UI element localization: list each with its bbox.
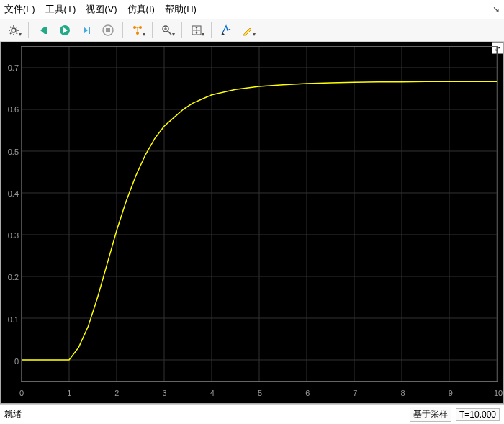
autoscale-button[interactable] — [187, 22, 206, 39]
stop-button[interactable] — [99, 22, 117, 39]
config-button[interactable] — [4, 22, 23, 39]
y-tick-label: 0.7 — [1, 63, 19, 72]
status-mode: 基于采样 — [410, 407, 451, 422]
play-icon — [59, 24, 71, 36]
svg-rect-3 — [89, 27, 90, 34]
y-tick-label: 0.5 — [1, 148, 19, 156]
x-tick-label: 3 — [163, 389, 167, 397]
x-tick-label: 10 — [494, 389, 503, 397]
status-ready: 就绪 — [4, 408, 22, 420]
x-tick-label: 2 — [114, 389, 119, 397]
y-tick-label: 0.6 — [1, 105, 19, 114]
y-tick-label: 0.3 — [1, 231, 19, 240]
zoom-icon — [161, 24, 173, 36]
menu-view[interactable]: 视图(V) — [86, 3, 117, 16]
run-button[interactable] — [55, 22, 74, 39]
menu-tools[interactable]: 工具(T) — [45, 3, 76, 16]
x-tick-label: 1 — [67, 389, 71, 397]
x-tick-label: 5 — [258, 389, 262, 397]
plot-axes[interactable] — [21, 46, 498, 382]
y-tick-label: 0.4 — [1, 189, 19, 198]
svg-point-0 — [12, 28, 16, 32]
stop-icon — [102, 24, 114, 36]
x-tick-label: 7 — [353, 389, 357, 397]
y-tick-label: 0.2 — [1, 273, 19, 281]
toolbar — [0, 19, 504, 42]
status-bar: 就绪 基于采样 T=10.000 — [0, 404, 504, 424]
x-tick-label: 8 — [401, 389, 405, 397]
x-tick-label: 6 — [305, 389, 310, 397]
status-time: T=10.000 — [456, 408, 500, 421]
cursor-icon — [220, 24, 232, 36]
zoom-button[interactable] — [158, 22, 176, 39]
svg-rect-1 — [45, 27, 47, 34]
menu-help[interactable]: 帮助(H) — [165, 3, 197, 16]
menu-simulation[interactable]: 仿真(I) — [127, 3, 155, 16]
highlight-button[interactable] — [238, 22, 257, 39]
step-forward-button[interactable] — [77, 22, 96, 39]
step-forward-icon — [81, 24, 92, 36]
signal-icon — [132, 24, 143, 36]
x-tick-label: 9 — [449, 389, 453, 397]
cursor-measure-button[interactable] — [217, 22, 235, 39]
autoscale-icon — [191, 24, 202, 36]
menu-file[interactable]: 文件(F) — [4, 3, 35, 16]
signal-selector-button[interactable] — [128, 22, 147, 39]
menu-bar: 文件(F) 工具(T) 视图(V) 仿真(I) 帮助(H) ↘ — [0, 0, 504, 19]
gear-icon — [8, 24, 19, 36]
svg-rect-5 — [106, 28, 110, 32]
x-tick-label: 0 — [19, 389, 24, 397]
y-tick-label: 0.1 — [1, 315, 19, 324]
y-tick-label: 0 — [1, 357, 19, 366]
x-tick-label: 4 — [210, 389, 215, 397]
highlight-icon — [242, 24, 253, 36]
dock-icon[interactable]: ↘ — [492, 4, 500, 14]
step-back-button[interactable] — [34, 22, 53, 39]
step-back-icon — [37, 24, 49, 36]
scope-plot: ⤢ 00.10.20.30.40.50.60.7 012345678910 — [0, 42, 504, 404]
